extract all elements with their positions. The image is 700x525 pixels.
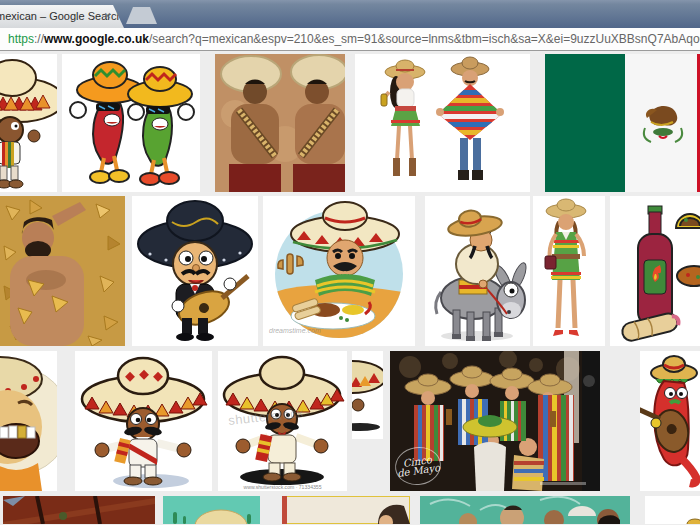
image-result[interactable] bbox=[645, 496, 700, 524]
image-result[interactable]: shutterstock www.shutterstock.com · 7133… bbox=[218, 351, 347, 491]
image-result[interactable] bbox=[0, 351, 57, 491]
thumbnail-art bbox=[215, 54, 345, 192]
url-path: /search?q=mexican&espv=210&es_sm=91&sour… bbox=[149, 32, 700, 46]
watermark-credit: www.shutterstock.com · 71334355 bbox=[228, 484, 338, 489]
image-results-grid: dreamstime.com bbox=[0, 51, 700, 525]
image-result[interactable] bbox=[215, 54, 345, 192]
image-result[interactable] bbox=[282, 496, 410, 524]
image-result[interactable]: dreamstime.com bbox=[263, 196, 415, 346]
thumbnail-art bbox=[0, 54, 57, 192]
thumbnail-art bbox=[0, 351, 57, 491]
image-result[interactable] bbox=[163, 496, 260, 524]
image-result[interactable] bbox=[132, 196, 258, 346]
watermark-text: dreamstime.com bbox=[269, 327, 321, 334]
image-result[interactable] bbox=[0, 196, 125, 346]
tab-close-icon[interactable]: × bbox=[104, 9, 111, 23]
image-result[interactable] bbox=[62, 54, 200, 192]
image-result[interactable] bbox=[3, 496, 155, 524]
thumbnail-art bbox=[533, 196, 605, 346]
thumbnail-art bbox=[263, 196, 415, 346]
image-result[interactable] bbox=[610, 196, 700, 346]
tab-strip: mexican – Google Search × bbox=[0, 0, 700, 28]
thumbnail-art bbox=[352, 351, 383, 439]
thumbnail-art bbox=[545, 54, 700, 192]
thumbnail-art bbox=[3, 496, 155, 524]
url-domain: www.google.co.uk bbox=[44, 32, 149, 46]
image-result[interactable] bbox=[425, 196, 530, 346]
image-result[interactable] bbox=[75, 351, 212, 491]
url-scheme: https bbox=[8, 32, 34, 46]
thumbnail-art bbox=[0, 196, 125, 346]
image-result[interactable] bbox=[352, 351, 383, 439]
thumbnail-art bbox=[425, 196, 530, 346]
photo-credit bbox=[540, 482, 586, 485]
thumbnail-art bbox=[163, 496, 260, 524]
browser-tab[interactable]: mexican – Google Search × bbox=[0, 5, 124, 28]
image-result[interactable] bbox=[545, 54, 700, 192]
image-result[interactable] bbox=[0, 54, 57, 192]
thumbnail-art bbox=[132, 196, 258, 346]
toolbar: https://www.google.co.uk/search?q=mexica… bbox=[0, 28, 700, 51]
new-tab-button[interactable] bbox=[126, 7, 157, 24]
image-result[interactable] bbox=[533, 196, 605, 346]
thumbnail-art bbox=[355, 54, 530, 192]
photo-logo-text: Cinco de Mayo bbox=[395, 454, 441, 478]
image-result[interactable] bbox=[355, 54, 530, 192]
browser-window: mexican – Google Search × https://www.go… bbox=[0, 0, 700, 525]
url-separator: :// bbox=[34, 32, 44, 46]
image-result[interactable]: Cinco de Mayo bbox=[390, 351, 600, 491]
thumbnail-art bbox=[420, 496, 630, 524]
image-result[interactable] bbox=[420, 496, 630, 524]
thumbnail-art bbox=[62, 54, 200, 192]
thumbnail-art bbox=[640, 351, 700, 491]
thumbnail-art bbox=[75, 351, 212, 491]
thumbnail-art bbox=[645, 496, 700, 524]
thumbnail-art bbox=[282, 496, 410, 524]
address-bar[interactable]: https://www.google.co.uk/search?q=mexica… bbox=[8, 28, 700, 50]
image-result[interactable] bbox=[640, 351, 700, 491]
thumbnail-art bbox=[610, 196, 700, 346]
